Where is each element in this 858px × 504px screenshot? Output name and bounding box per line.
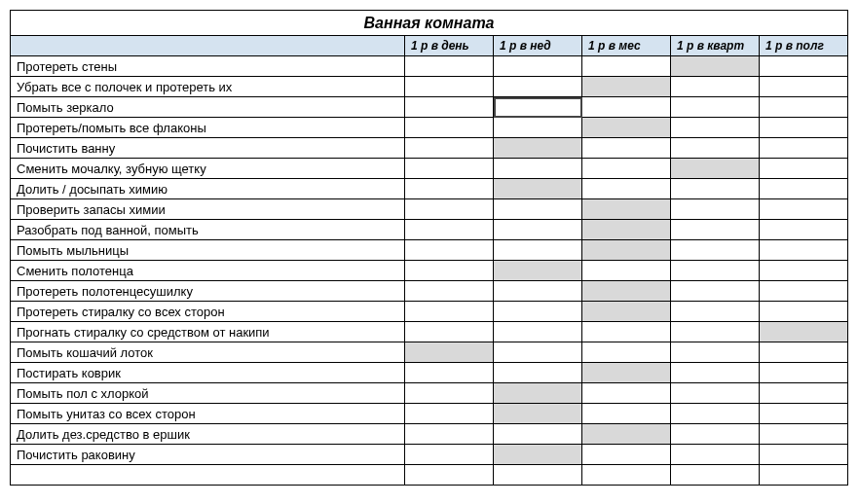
freq-cell[interactable] <box>671 363 760 383</box>
freq-cell[interactable] <box>760 261 848 281</box>
freq-cell[interactable] <box>671 383 760 404</box>
freq-cell[interactable] <box>582 240 671 261</box>
freq-cell[interactable] <box>671 138 760 159</box>
freq-cell[interactable] <box>494 404 582 424</box>
freq-cell[interactable] <box>405 220 494 240</box>
freq-cell[interactable] <box>405 240 494 261</box>
task-cell[interactable]: Сменить мочалку, зубную щетку <box>11 159 405 179</box>
freq-cell[interactable] <box>582 97 671 118</box>
freq-cell[interactable] <box>582 363 671 383</box>
freq-cell[interactable] <box>671 159 760 179</box>
freq-cell[interactable] <box>760 342 848 363</box>
task-cell[interactable]: Сменить полотенца <box>11 261 405 281</box>
task-cell[interactable]: Помыть пол с хлоркой <box>11 383 405 404</box>
freq-cell[interactable] <box>405 404 494 424</box>
task-cell[interactable]: Протереть полотенцесушилку <box>11 281 405 302</box>
task-cell[interactable]: Помыть унитаз со всех сторон <box>11 404 405 424</box>
freq-cell[interactable] <box>760 118 848 138</box>
freq-cell[interactable] <box>760 97 848 118</box>
freq-cell[interactable] <box>582 220 671 240</box>
freq-cell[interactable] <box>405 56 494 77</box>
task-cell[interactable]: Помыть кошачий лоток <box>11 342 405 363</box>
freq-cell[interactable] <box>405 118 494 138</box>
freq-cell[interactable] <box>760 159 848 179</box>
freq-cell[interactable] <box>671 56 760 77</box>
freq-cell[interactable] <box>494 138 582 159</box>
freq-cell[interactable] <box>760 465 848 486</box>
freq-cell[interactable] <box>494 118 582 138</box>
task-cell[interactable]: Протереть стены <box>11 56 405 77</box>
freq-cell[interactable] <box>760 322 848 342</box>
freq-cell[interactable] <box>760 240 848 261</box>
freq-cell[interactable] <box>494 97 582 118</box>
freq-cell[interactable] <box>760 77 848 97</box>
freq-cell[interactable] <box>760 445 848 465</box>
freq-cell[interactable] <box>582 322 671 342</box>
freq-cell[interactable] <box>760 179 848 199</box>
freq-cell[interactable] <box>671 220 760 240</box>
freq-cell[interactable] <box>405 465 494 486</box>
task-cell[interactable]: Помыть зеркало <box>11 97 405 118</box>
task-cell[interactable]: Помыть мыльницы <box>11 240 405 261</box>
freq-cell[interactable] <box>582 342 671 363</box>
freq-cell[interactable] <box>405 261 494 281</box>
freq-cell[interactable] <box>760 281 848 302</box>
freq-cell[interactable] <box>671 240 760 261</box>
freq-cell[interactable] <box>582 383 671 404</box>
task-cell[interactable]: Долить / досыпать химию <box>11 179 405 199</box>
freq-cell[interactable] <box>671 445 760 465</box>
freq-cell[interactable] <box>405 322 494 342</box>
freq-cell[interactable] <box>405 363 494 383</box>
task-cell[interactable]: Долить дез.средство в ершик <box>11 424 405 445</box>
freq-cell[interactable] <box>760 138 848 159</box>
freq-cell[interactable] <box>494 77 582 97</box>
freq-cell[interactable] <box>582 404 671 424</box>
freq-cell[interactable] <box>405 302 494 322</box>
freq-cell[interactable] <box>494 240 582 261</box>
freq-cell[interactable] <box>671 404 760 424</box>
freq-cell[interactable] <box>405 342 494 363</box>
freq-cell[interactable] <box>582 159 671 179</box>
freq-cell[interactable] <box>494 322 582 342</box>
freq-cell[interactable] <box>494 159 582 179</box>
freq-cell[interactable] <box>494 363 582 383</box>
freq-cell[interactable] <box>582 138 671 159</box>
freq-cell[interactable] <box>405 199 494 220</box>
freq-cell[interactable] <box>494 179 582 199</box>
freq-cell[interactable] <box>494 383 582 404</box>
freq-cell[interactable] <box>405 159 494 179</box>
task-cell[interactable]: Почистить раковину <box>11 445 405 465</box>
task-cell[interactable]: Убрать все с полочек и протереть их <box>11 77 405 97</box>
freq-cell[interactable] <box>582 465 671 486</box>
freq-cell[interactable] <box>494 445 582 465</box>
freq-cell[interactable] <box>671 118 760 138</box>
freq-cell[interactable] <box>671 424 760 445</box>
freq-cell[interactable] <box>582 445 671 465</box>
freq-cell[interactable] <box>582 261 671 281</box>
freq-cell[interactable] <box>582 77 671 97</box>
freq-cell[interactable] <box>582 56 671 77</box>
freq-cell[interactable] <box>671 179 760 199</box>
freq-cell[interactable] <box>494 199 582 220</box>
freq-cell[interactable] <box>494 281 582 302</box>
freq-cell[interactable] <box>671 322 760 342</box>
task-cell[interactable]: Почистить ванну <box>11 138 405 159</box>
freq-cell[interactable] <box>494 56 582 77</box>
freq-cell[interactable] <box>760 424 848 445</box>
freq-cell[interactable] <box>760 220 848 240</box>
freq-cell[interactable] <box>671 77 760 97</box>
freq-cell[interactable] <box>494 261 582 281</box>
freq-cell[interactable] <box>405 179 494 199</box>
freq-cell[interactable] <box>582 424 671 445</box>
freq-cell[interactable] <box>494 342 582 363</box>
freq-cell[interactable] <box>405 77 494 97</box>
freq-cell[interactable] <box>582 281 671 302</box>
freq-cell[interactable] <box>760 404 848 424</box>
freq-cell[interactable] <box>760 199 848 220</box>
task-cell[interactable]: Протереть стиралку со всех сторон <box>11 302 405 322</box>
freq-cell[interactable] <box>760 302 848 322</box>
freq-cell[interactable] <box>405 138 494 159</box>
task-cell[interactable]: Разобрать под ванной, помыть <box>11 220 405 240</box>
freq-cell[interactable] <box>405 97 494 118</box>
freq-cell[interactable] <box>671 199 760 220</box>
